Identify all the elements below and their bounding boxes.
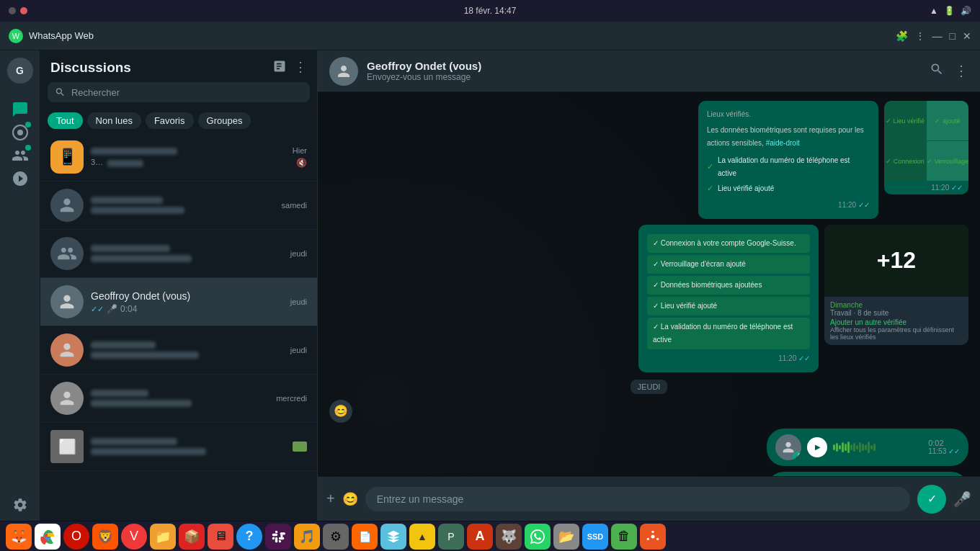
chat-time: jeudi <box>290 297 307 306</box>
message-input[interactable] <box>365 487 910 511</box>
mute-icon: 🔇 <box>296 158 307 168</box>
play-button-1[interactable]: ▶ <box>807 437 827 457</box>
chat-time: Hier <box>293 146 307 155</box>
chat-meta: mercredi <box>276 394 307 403</box>
chat-avatar <box>50 237 84 270</box>
voice-meta-1: 0:02 11:53 ✓✓ <box>928 439 960 455</box>
taskbar-penpot[interactable]: P <box>438 524 464 550</box>
chat-item[interactable]: jeudi <box>40 326 317 375</box>
taskbar-installer[interactable]: 📦 <box>179 524 205 550</box>
checklist-card: Lieux vérifiés. Les données biométriques… <box>698 101 878 219</box>
chat-avatar <box>50 189 84 222</box>
attach-button[interactable]: + <box>326 490 335 507</box>
search-input[interactable] <box>71 87 303 98</box>
chat-item[interactable]: 📱 3… Hier 🔇 <box>40 133 317 182</box>
filter-favoris[interactable]: Favoris <box>146 112 194 129</box>
taskbar-gimp[interactable]: 🐺 <box>496 524 522 550</box>
send-button[interactable]: ✓ <box>917 485 946 514</box>
sidebar-item-chats[interactable] <box>12 101 29 118</box>
taskbar-chrome[interactable] <box>35 524 61 550</box>
chat-item[interactable]: jeudi <box>40 230 317 278</box>
chat-info: 3… <box>91 145 285 169</box>
taskbar-files[interactable]: 📁 <box>150 524 176 550</box>
taskbar-arc[interactable]: A <box>467 524 493 550</box>
sidebar-nav: G <box>0 50 40 521</box>
chat-info <box>91 436 285 457</box>
search-bar[interactable] <box>48 82 310 102</box>
contact-avatar[interactable] <box>329 57 358 86</box>
taskbar-brave[interactable]: 🦁 <box>92 524 118 550</box>
taskbar: 🦊 O 🦁 V 📁 📦 🖥 ? 🎵 ⚙ 📄 ▲ P A 🐺 📂 SSD 🗑 <box>0 521 980 551</box>
taskbar-nemo[interactable]: 📂 <box>553 524 579 550</box>
filter-nonlues[interactable]: Non lues <box>87 112 141 129</box>
volume-icon: 🔊 <box>961 6 971 16</box>
taskbar-appimage[interactable]: ▲ <box>409 524 435 550</box>
taskbar-firefox[interactable]: 🦊 <box>6 524 32 550</box>
chat-meta: samedi <box>282 201 307 210</box>
top-bar: 18 févr. 14:47 ▲ 🔋 🔊 <box>0 0 980 22</box>
chat-window-header: Geoffroy Ondet (vous) Envoyez-vous un me… <box>318 50 980 92</box>
taskbar-music[interactable]: 🎵 <box>294 524 320 550</box>
taskbar-opera[interactable]: O <box>63 524 89 550</box>
voice-message-1: 🎤 ▶ <box>767 429 968 466</box>
taskbar-slack[interactable] <box>265 524 291 550</box>
chat-avatar <box>50 333 84 367</box>
filter-tout[interactable]: Tout <box>48 112 83 129</box>
chat-preview <box>91 448 206 455</box>
chat-name <box>91 245 170 252</box>
chat-name <box>91 341 156 349</box>
taskbar-layers[interactable] <box>380 524 406 550</box>
sidebar-bottom <box>12 496 29 514</box>
chat-list-header: Discussions ⋮ <box>40 50 317 76</box>
chat-info <box>91 194 275 216</box>
chat-list: Discussions ⋮ Tout Non lues Favoris Grou… <box>40 50 318 521</box>
window-dot-1 <box>9 7 16 14</box>
new-chat-icon[interactable] <box>272 59 287 76</box>
chat-avatar <box>50 285 84 318</box>
extension-icon[interactable]: 🧩 <box>896 30 908 42</box>
taskbar-whatsapp[interactable] <box>525 524 551 550</box>
taskbar-deskreen[interactable]: 🖥 <box>208 524 233 550</box>
close-button[interactable]: ✕ <box>963 30 971 42</box>
svg-point-7 <box>647 537 649 539</box>
sidebar-item-communities[interactable] <box>12 147 29 164</box>
chat-item-geoffroy[interactable]: Geoffroy Ondet (vous) ✓✓ 🎤 0:04 jeudi <box>40 278 317 326</box>
search-button[interactable] <box>930 62 944 80</box>
chat-item[interactable]: samedi <box>40 182 317 230</box>
chat-preview <box>107 160 143 167</box>
message-input-area: + 😊 ✓ 🎤 <box>318 476 980 521</box>
more-options-button[interactable]: ⋮ <box>954 62 968 80</box>
chat-name: Geoffroy Ondet (vous) <box>91 290 190 302</box>
user-avatar[interactable]: G <box>7 58 33 84</box>
taskbar-onlyoffice[interactable]: 📄 <box>352 524 378 550</box>
taskbar-trash[interactable]: 🗑 <box>611 524 637 550</box>
chat-item[interactable]: ⬜ <box>40 423 317 471</box>
sidebar-item-status[interactable] <box>12 124 29 141</box>
window-dot-2 <box>20 7 27 14</box>
taskbar-ssd[interactable]: SSD <box>582 524 608 550</box>
taskbar-help[interactable]: ? <box>236 524 262 550</box>
chat-item[interactable]: mercredi <box>40 375 317 423</box>
chat-name <box>91 148 177 155</box>
voice-message-2: 🎤 ▶ <box>767 472 968 476</box>
taskbar-vivaldi[interactable]: V <box>121 524 147 550</box>
emoji-button[interactable]: 😊 <box>342 491 358 507</box>
chat-info <box>91 243 283 264</box>
sidebar-item-settings[interactable] <box>12 496 29 514</box>
filter-groupes[interactable]: Groupes <box>198 112 251 129</box>
communities-badge <box>25 145 31 151</box>
filter-tabs: Tout Non lues Favoris Groupes <box>40 108 317 133</box>
chat-preview <box>91 351 199 359</box>
voice-waveform-1 <box>833 440 922 454</box>
maximize-button[interactable]: □ <box>950 30 956 42</box>
emoji-reaction-button[interactable]: 😊 <box>329 400 352 423</box>
voice-record-button[interactable]: 🎤 <box>953 490 971 508</box>
voice-avatar: 🎤 <box>775 434 801 460</box>
chat-list-more-icon[interactable]: ⋮ <box>294 59 307 76</box>
search-icon <box>55 86 66 98</box>
titlebar-more-icon[interactable]: ⋮ <box>915 30 925 42</box>
sidebar-item-channels[interactable] <box>12 170 29 187</box>
taskbar-ubuntu[interactable] <box>640 524 666 550</box>
minimize-button[interactable]: — <box>932 30 943 42</box>
taskbar-settings-sys[interactable]: ⚙ <box>323 524 349 550</box>
